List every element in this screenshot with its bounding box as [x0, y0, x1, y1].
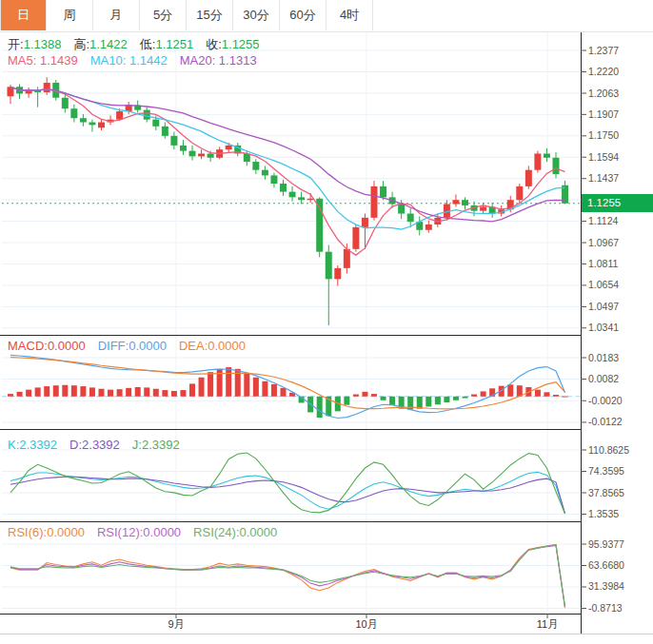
trading-chart-app: 日周月5分15分30分60分4时 开:1.1388高:1.1422低:1.125…: [0, 0, 653, 644]
ma-value: MA20: 1.1313: [180, 53, 257, 68]
ohlc-value: 低:1.1251: [140, 37, 193, 51]
axis-label: 1.1594: [588, 151, 619, 164]
period-tabbar: 日周月5分15分30分60分4时: [0, 0, 653, 32]
tab-period-4时[interactable]: 4时: [326, 0, 373, 30]
ma5-line: [10, 87, 565, 255]
ma20-line: [10, 87, 565, 222]
axis-label: 1.0341: [588, 322, 619, 334]
tab-period-60分[interactable]: 60分: [280, 0, 326, 30]
axis-label: 63.6680: [588, 559, 624, 572]
axis-label: 1.0967: [588, 237, 619, 249]
macd-histogram: [8, 367, 568, 418]
kdj-d-line: [10, 477, 565, 514]
kdj-header: K:2.3392D:2.3392J:2.3392: [8, 438, 192, 452]
axis-label: 1.0654: [588, 279, 619, 291]
axis-label: 1.1124: [588, 215, 618, 227]
kdj-d-line: [10, 477, 565, 514]
axis-label: 0.0183: [588, 352, 619, 364]
axis-label: 1.1907: [588, 108, 619, 121]
rsi-value: RSI(12):0.0000: [97, 525, 181, 539]
tab-period-周[interactable]: 周: [47, 0, 93, 30]
month-label: 10月: [355, 617, 377, 632]
macd-value: MACD:0.0000: [8, 339, 86, 353]
kdj-value: J:2.3392: [132, 438, 180, 452]
tab-period-15分[interactable]: 15分: [187, 0, 233, 30]
current-price-badge: 1.1255: [582, 194, 653, 212]
macd-dea-line: [10, 358, 565, 409]
month-label: 11月: [537, 617, 558, 632]
axis-label: 1.1750: [588, 129, 619, 142]
kdj-value: K:2.3392: [8, 438, 57, 452]
axis-label: 1.0811: [588, 258, 618, 270]
axis-label: 110.8625: [588, 444, 629, 457]
ohlc-header: 开:1.1388高:1.1422低:1.1251收:1.1255: [8, 37, 272, 51]
macd-value: DEA:0.0000: [179, 339, 246, 353]
ohlc-value: 开:1.1388: [8, 37, 61, 51]
axis-label: 1.0497: [588, 301, 619, 313]
tab-period-5分[interactable]: 5分: [140, 0, 187, 30]
ma5-line: [10, 87, 565, 255]
ma-value: MA5: 1.1439: [8, 53, 78, 68]
ohlc-value: 收:1.1255: [206, 37, 259, 51]
month-label: 9月: [168, 617, 184, 632]
axis-label: 95.9377: [588, 538, 624, 551]
axis-label: 1.2377: [588, 45, 619, 57]
ma-value: MA10: 1.1442: [90, 53, 168, 68]
macd-value: DIFF:0.0000: [98, 339, 167, 353]
macd-header: MACD:0.0000DIFF:0.0000DEA:0.0000: [8, 339, 258, 353]
axis-label: 74.3595: [588, 465, 624, 478]
axis-label: -0.8713: [588, 602, 623, 615]
rsi-value: RSI(24):0.0000: [193, 525, 277, 539]
axis-label: 31.3984: [588, 580, 624, 593]
axis-label: 1.1437: [588, 172, 619, 185]
axis-label: -0.0122: [588, 416, 623, 428]
axis-label: 1.3535: [588, 508, 619, 520]
tab-period-30分[interactable]: 30分: [233, 0, 280, 30]
panel-separators: [0, 31, 653, 634]
ohlc-value: 高:1.1422: [73, 37, 127, 51]
rsi24-line: [10, 545, 565, 608]
axis-label: 0.0082: [588, 373, 619, 385]
kdj-value: D:2.3392: [69, 438, 120, 452]
rsi-header: RSI(6):0.0000RSI(12):0.0000RSI(24):0.000…: [8, 525, 289, 539]
macd-dea-line: [10, 358, 565, 409]
chart-canvas[interactable]: [0, 0, 653, 644]
axis-label: -0.0020: [588, 395, 623, 407]
axis-label: 37.8565: [588, 487, 624, 499]
axis-label: 1.2220: [588, 66, 619, 78]
tab-period-月[interactable]: 月: [93, 0, 140, 30]
tab-period-日[interactable]: 日: [0, 0, 47, 30]
rsi-value: RSI(6):0.0000: [8, 525, 85, 539]
axis-label: 1.2063: [588, 88, 619, 100]
ma20-line: [10, 87, 565, 222]
ma-header: MA5: 1.1439MA10: 1.1442MA20: 1.1313: [8, 53, 269, 68]
rsi24-line: [10, 545, 565, 608]
